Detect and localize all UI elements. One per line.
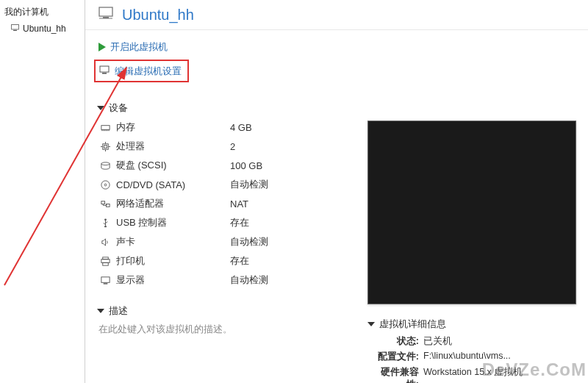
- actions: 开启此虚拟机 编辑虚拟机设置: [85, 30, 588, 91]
- detail-label: 状态:: [372, 335, 423, 348]
- disk-icon: [98, 160, 112, 171]
- vm-header: Ubuntu_hh: [85, 0, 588, 30]
- svg-rect-5: [102, 73, 107, 74]
- device-name: 内存: [116, 121, 230, 134]
- cd-icon: [98, 179, 112, 190]
- settings-icon: [98, 64, 110, 78]
- detail-row: 状态:已关机: [372, 334, 576, 349]
- vmdetails-list: 状态:已关机配置文件:F:\linux\ubuntu\vms...硬件兼容性:W…: [368, 334, 576, 383]
- edit-settings-label: 编辑虚拟机设置: [115, 65, 182, 78]
- device-value: 自动检测: [230, 235, 268, 248]
- svg-rect-4: [100, 66, 109, 72]
- start-vm-button[interactable]: 开启此虚拟机: [97, 37, 588, 57]
- detail-row: 配置文件:F:\linux\ubuntu\vms...: [372, 349, 576, 365]
- svg-rect-15: [104, 226, 107, 227]
- description-header[interactable]: 描述: [97, 300, 332, 321]
- detail-value: Workstation 15.x 虚拟机: [423, 366, 523, 383]
- sidebar-item-vm[interactable]: Ubuntu_hh: [3, 21, 82, 36]
- vmdetails-header[interactable]: 虚拟机详细信息: [368, 313, 576, 334]
- svg-rect-18: [102, 262, 108, 265]
- svg-rect-1: [13, 30, 17, 31]
- svg-rect-20: [103, 283, 107, 284]
- svg-rect-12: [101, 201, 104, 204]
- vm-preview: [368, 121, 576, 304]
- svg-point-11: [104, 184, 107, 186]
- svg-rect-6: [101, 125, 109, 129]
- detail-label: 硬件兼容性:: [372, 366, 423, 383]
- chevron-down-icon: [97, 106, 104, 110]
- start-vm-label: 开启此虚拟机: [110, 40, 168, 54]
- vm-title: Ubuntu_hh: [122, 7, 194, 24]
- device-name: 打印机: [116, 254, 230, 268]
- sound-icon: [98, 237, 112, 248]
- device-value: 自动检测: [230, 273, 268, 287]
- monitor-icon: [97, 4, 115, 25]
- device-name: CD/DVD (SATA): [116, 179, 230, 190]
- detail-label: 配置文件:: [372, 351, 423, 363]
- device-row[interactable]: 内存4 GB: [98, 118, 332, 137]
- vm-icon: [10, 23, 20, 35]
- device-value: 自动检测: [230, 178, 268, 191]
- play-icon: [98, 43, 106, 51]
- edit-settings-button[interactable]: 编辑虚拟机设置: [97, 57, 588, 85]
- device-row[interactable]: 硬盘 (SCSI)100 GB: [98, 156, 332, 175]
- device-value: 4 GB: [230, 122, 252, 133]
- memory-icon: [98, 122, 112, 133]
- usb-icon: [98, 218, 112, 229]
- device-row[interactable]: 处理器2: [98, 137, 332, 156]
- detail-row: 硬件兼容性:Workstation 15.x 虚拟机: [372, 365, 576, 383]
- detail-value: F:\linux\ubuntu\vms...: [423, 351, 511, 363]
- device-value: 存在: [230, 216, 249, 229]
- printer-icon: [98, 256, 112, 267]
- detail-value: 已关机: [423, 335, 452, 348]
- svg-point-10: [101, 180, 109, 188]
- device-name: 硬盘 (SCSI): [116, 159, 230, 172]
- device-row[interactable]: 显示器自动检测: [98, 271, 332, 290]
- device-value: 2: [230, 141, 235, 152]
- device-name: 处理器: [116, 140, 230, 153]
- device-name: 声卡: [116, 235, 230, 248]
- device-row[interactable]: 声卡自动检测: [98, 232, 332, 251]
- device-row[interactable]: 网络适配器NAT: [98, 194, 332, 213]
- devices-header[interactable]: 设备: [97, 97, 332, 118]
- display-icon: [98, 275, 112, 286]
- cpu-icon: [98, 141, 112, 152]
- main-panel: Ubuntu_hh 开启此虚拟机 编辑虚拟机设置 设备: [85, 0, 588, 383]
- svg-point-9: [101, 162, 109, 165]
- edit-highlight-box: 编辑虚拟机设置: [94, 60, 189, 82]
- device-name: 显示器: [116, 273, 230, 287]
- sidebar: 我的计算机 Ubuntu_hh: [0, 0, 85, 383]
- device-name: USB 控制器: [116, 216, 230, 229]
- device-value: NAT: [230, 198, 248, 210]
- device-value: 存在: [230, 254, 249, 268]
- chevron-down-icon: [368, 322, 375, 326]
- device-list: 内存4 GB处理器2硬盘 (SCSI)100 GBCD/DVD (SATA)自动…: [97, 118, 332, 290]
- svg-rect-7: [102, 143, 108, 149]
- sidebar-item-label: Ubuntu_hh: [23, 24, 66, 34]
- svg-rect-19: [101, 276, 109, 282]
- chevron-down-icon: [97, 309, 104, 313]
- sidebar-header: 我的计算机: [3, 4, 82, 21]
- device-row[interactable]: 打印机存在: [98, 251, 332, 271]
- svg-rect-2: [99, 7, 112, 16]
- device-row[interactable]: CD/DVD (SATA)自动检测: [98, 175, 332, 194]
- svg-rect-8: [104, 145, 107, 148]
- svg-rect-17: [101, 259, 109, 262]
- device-name: 网络适配器: [116, 197, 230, 210]
- description-placeholder[interactable]: 在此处键入对该虚拟机的描述。: [97, 321, 332, 336]
- device-row[interactable]: USB 控制器存在: [98, 213, 332, 232]
- net-icon: [98, 198, 112, 210]
- svg-rect-0: [12, 24, 19, 29]
- device-value: 100 GB: [230, 160, 262, 171]
